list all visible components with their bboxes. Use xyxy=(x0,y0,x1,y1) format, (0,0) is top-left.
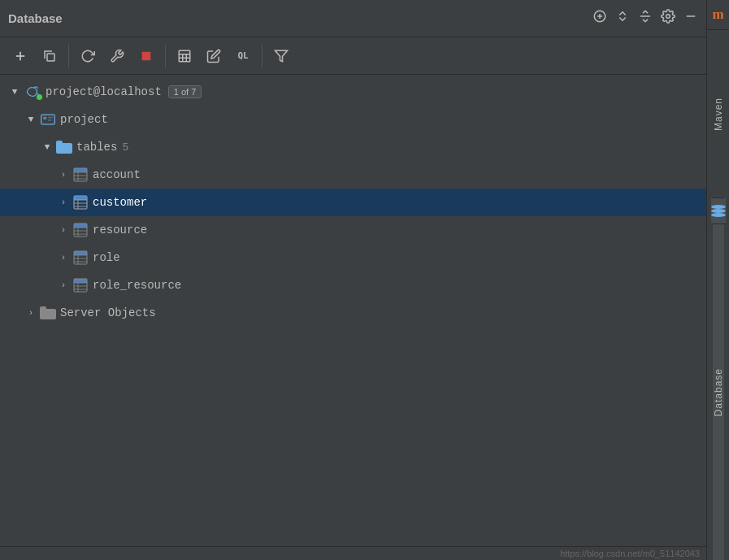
stop-button[interactable] xyxy=(132,42,160,70)
table-role-item[interactable]: › role xyxy=(0,244,706,271)
refresh-button[interactable] xyxy=(74,42,102,70)
tables-group-item[interactable]: ▼ tables 5 xyxy=(0,133,706,161)
schema-item[interactable]: ▼ project xyxy=(0,106,706,133)
schema-toggle[interactable]: ▼ xyxy=(23,111,39,128)
svg-marker-15 xyxy=(276,50,288,62)
connection-item[interactable]: ▼ project@localhost 1 of 7 xyxy=(0,78,706,106)
svg-rect-19 xyxy=(48,119,51,121)
database-tree: ▼ project@localhost 1 of 7 ▼ xyxy=(0,75,706,546)
settings-icon[interactable] xyxy=(661,9,675,28)
table-customer-icon xyxy=(72,193,89,211)
tables-count: 5 xyxy=(122,141,128,154)
add-datasource-icon[interactable] xyxy=(592,9,607,28)
connection-status-dot xyxy=(37,94,42,100)
table-account-icon xyxy=(72,166,89,184)
sql-button[interactable]: QL xyxy=(229,42,257,70)
add-connection-button[interactable] xyxy=(7,42,34,70)
main-panel: Database xyxy=(0,0,706,560)
filter-button[interactable] xyxy=(267,42,295,70)
sql-label: QL xyxy=(237,50,248,61)
svg-rect-21 xyxy=(74,168,87,172)
resource-toggle[interactable]: › xyxy=(55,222,72,238)
toolbar: QL xyxy=(0,37,706,75)
db-icon-line-3 xyxy=(711,213,726,217)
title-bar: Database xyxy=(0,0,706,37)
schema-label: project xyxy=(60,113,108,126)
maven-tab[interactable]: m xyxy=(707,0,730,30)
maven-label-tab[interactable]: Maven xyxy=(713,30,724,198)
svg-rect-17 xyxy=(43,117,46,119)
title-bar-actions xyxy=(592,9,698,28)
svg-rect-45 xyxy=(74,279,87,283)
server-objects-icon xyxy=(39,304,57,322)
database-stack-icon[interactable] xyxy=(711,198,726,224)
tables-folder-icon xyxy=(55,138,73,156)
table-view-button[interactable] xyxy=(171,42,198,70)
toolbar-sep-2 xyxy=(165,45,166,67)
right-sidebar: m Maven Database xyxy=(706,0,729,560)
svg-rect-8 xyxy=(47,54,54,61)
svg-rect-18 xyxy=(48,117,53,119)
svg-point-4 xyxy=(666,15,670,19)
table-role-resource-item[interactable]: › role_resource xyxy=(0,271,706,299)
tables-toggle[interactable]: ▼ xyxy=(39,139,55,155)
table-account-label: account xyxy=(93,168,141,181)
table-account-item[interactable]: › account xyxy=(0,161,706,189)
collapse-icon[interactable] xyxy=(638,9,653,28)
scroll-updown-icon[interactable] xyxy=(615,9,630,28)
status-bar: https://blog.csdn.net/m0_51142043 xyxy=(0,546,706,560)
connection-toggle[interactable]: ▼ xyxy=(7,84,23,100)
edit-button[interactable] xyxy=(200,42,228,70)
server-objects-label: Server Objects xyxy=(60,306,156,319)
server-objects-item[interactable]: › Server Objects xyxy=(0,299,706,327)
svg-rect-39 xyxy=(74,251,87,255)
account-toggle[interactable]: › xyxy=(55,167,72,183)
toolbar-sep-3 xyxy=(262,45,263,67)
svg-rect-9 xyxy=(142,51,151,60)
status-url: https://blog.csdn.net/m0_51142043 xyxy=(560,549,700,558)
schema-icon xyxy=(39,111,57,128)
connection-badge: 1 of 7 xyxy=(168,85,202,98)
minimize-icon[interactable] xyxy=(683,9,698,28)
svg-rect-10 xyxy=(179,50,190,62)
table-resource-label: resource xyxy=(93,224,147,237)
database-label: Database xyxy=(713,368,724,416)
role-resource-toggle[interactable]: › xyxy=(55,277,72,293)
table-role-label: role xyxy=(93,251,120,264)
server-objects-toggle[interactable]: › xyxy=(23,305,39,321)
database-label-tab[interactable]: Database xyxy=(713,224,724,560)
role-toggle[interactable]: › xyxy=(55,250,72,266)
table-role-resource-label: role_resource xyxy=(93,279,181,292)
maven-label: Maven xyxy=(713,98,724,131)
svg-rect-33 xyxy=(74,224,87,228)
maven-m-icon: m xyxy=(712,7,723,23)
tools-button[interactable] xyxy=(103,42,131,70)
svg-rect-27 xyxy=(74,196,87,200)
customer-toggle[interactable]: › xyxy=(55,194,72,211)
table-role-icon xyxy=(72,249,89,267)
connection-label: project@localhost xyxy=(46,85,162,98)
table-customer-label: customer xyxy=(93,196,147,209)
table-customer-item[interactable]: › customer xyxy=(0,189,706,216)
table-resource-item[interactable]: › resource xyxy=(0,216,706,244)
tables-group-label: tables xyxy=(76,141,117,154)
copy-button[interactable] xyxy=(36,42,63,70)
table-role-resource-icon xyxy=(72,276,89,294)
connection-icon xyxy=(23,82,42,102)
panel-title: Database xyxy=(8,11,63,25)
table-resource-icon xyxy=(72,221,89,239)
toolbar-sep-1 xyxy=(68,45,69,67)
